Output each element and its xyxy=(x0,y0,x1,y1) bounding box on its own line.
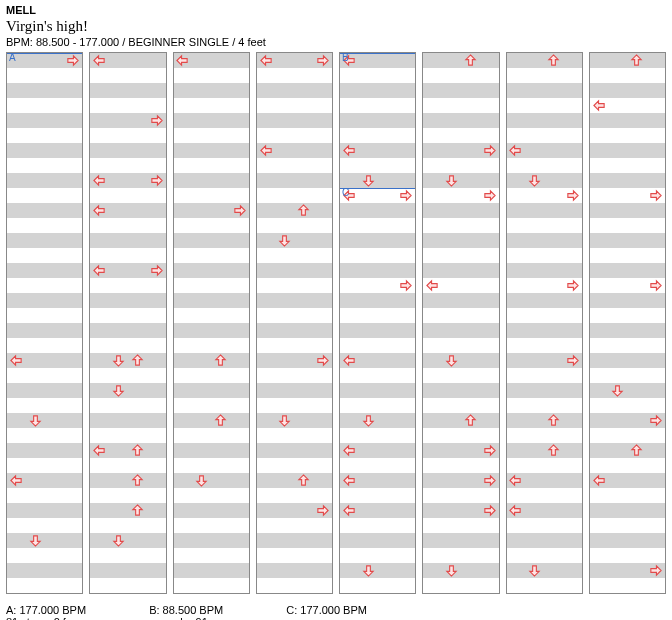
lane-cell xyxy=(230,308,249,323)
lane-cell xyxy=(230,533,249,548)
beat-row xyxy=(590,413,665,428)
arrow-l-icon xyxy=(93,444,106,457)
lane-cell xyxy=(480,398,499,413)
lane-cell xyxy=(480,383,499,398)
lane-cell xyxy=(63,383,82,398)
lane-cell xyxy=(590,203,609,218)
beat-row xyxy=(423,368,498,383)
lane-cell xyxy=(128,263,147,278)
lane-cell xyxy=(45,368,64,383)
lane-cell xyxy=(423,518,442,533)
lane-cell xyxy=(90,533,109,548)
beat-row xyxy=(590,503,665,518)
lane-cell xyxy=(609,503,628,518)
lane-cell xyxy=(230,368,249,383)
lane-cell xyxy=(646,413,665,428)
lane-cell xyxy=(147,458,166,473)
lane-cell xyxy=(7,248,26,263)
arrow-l-icon xyxy=(343,504,356,517)
lane-cell xyxy=(63,353,82,368)
lane-cell xyxy=(211,338,230,353)
arrow-d-icon xyxy=(445,354,458,367)
arrow-u-icon xyxy=(131,474,144,487)
lane-cell xyxy=(230,383,249,398)
lane-cell xyxy=(192,278,211,293)
lane-cell xyxy=(544,548,563,563)
lane-cell xyxy=(340,383,359,398)
lane-cell xyxy=(646,143,665,158)
lane-cell xyxy=(423,248,442,263)
lane-cell xyxy=(276,68,295,83)
lane-cell xyxy=(544,233,563,248)
lane-cell xyxy=(211,488,230,503)
lane-cell xyxy=(359,113,378,128)
lane-cell xyxy=(340,413,359,428)
lane-cell xyxy=(627,158,646,173)
lane-cell xyxy=(461,203,480,218)
lane-cell xyxy=(109,503,128,518)
beat-row xyxy=(340,83,415,98)
lane-cell xyxy=(128,293,147,308)
lane-cell xyxy=(480,233,499,248)
lane-cell xyxy=(563,278,582,293)
arrow-d-icon xyxy=(112,534,125,547)
lane-cell xyxy=(507,563,526,578)
lane-cell xyxy=(211,443,230,458)
lane-cell xyxy=(359,368,378,383)
lane-cell xyxy=(45,188,64,203)
lane-cell xyxy=(109,233,128,248)
lane-cell xyxy=(211,173,230,188)
lane-cell xyxy=(147,218,166,233)
lane-cell xyxy=(627,578,646,593)
lane-cell xyxy=(396,443,415,458)
lane-cell xyxy=(396,233,415,248)
lane-cell xyxy=(544,68,563,83)
lane-cell xyxy=(627,323,646,338)
lane-cell xyxy=(294,563,313,578)
lane-cell xyxy=(609,203,628,218)
lane-cell xyxy=(230,518,249,533)
lane-cell xyxy=(423,413,442,428)
lane-cell xyxy=(294,518,313,533)
beat-row xyxy=(423,218,498,233)
lane-cell xyxy=(63,248,82,263)
lane-cell xyxy=(45,128,64,143)
beat-row xyxy=(7,383,82,398)
lane-cell xyxy=(45,383,64,398)
lane-cell xyxy=(423,83,442,98)
lane-cell xyxy=(211,233,230,248)
lane-cell xyxy=(147,368,166,383)
lane-cell xyxy=(230,128,249,143)
lane-cell xyxy=(257,248,276,263)
lane-cell xyxy=(109,128,128,143)
lane-cell xyxy=(313,143,332,158)
beat-row xyxy=(340,443,415,458)
arrow-l-icon xyxy=(509,504,522,517)
beat-row xyxy=(174,503,249,518)
lane-cell xyxy=(423,68,442,83)
lane-cell xyxy=(128,188,147,203)
lane-cell xyxy=(147,443,166,458)
lane-cell xyxy=(461,503,480,518)
lane-cell xyxy=(26,458,45,473)
lane-cell xyxy=(257,458,276,473)
lane-cell xyxy=(563,218,582,233)
lane-cell xyxy=(257,263,276,278)
lane-cell xyxy=(211,413,230,428)
arrow-u-icon xyxy=(214,414,227,427)
lane-cell xyxy=(26,563,45,578)
beat-row xyxy=(340,173,415,188)
lane-cell xyxy=(7,413,26,428)
lane-cell xyxy=(359,188,378,203)
lane-cell xyxy=(294,323,313,338)
lane-cell xyxy=(396,128,415,143)
lane-cell xyxy=(174,428,193,443)
lane-cell xyxy=(507,518,526,533)
lane-cell xyxy=(525,263,544,278)
beat-row xyxy=(590,128,665,143)
lane-cell xyxy=(609,338,628,353)
lane-cell xyxy=(109,563,128,578)
beat-row xyxy=(257,323,332,338)
lane-cell xyxy=(480,428,499,443)
lane-cell xyxy=(423,113,442,128)
